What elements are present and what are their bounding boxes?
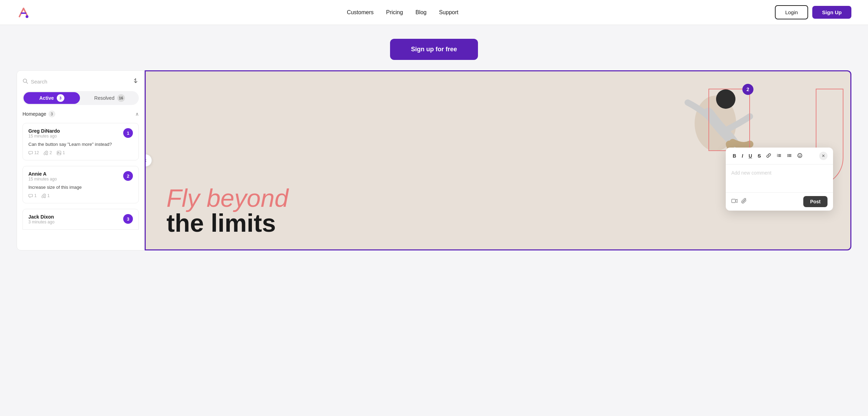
comment-card-1[interactable]: Greg DiNardo 15 minutes ago 1 Can the bu… [22, 123, 139, 160]
toolbar-ordered-list[interactable]: 123 [775, 152, 783, 160]
hero-beyond-text: beyond [207, 184, 288, 212]
nav-item-support[interactable]: Support [439, 9, 458, 16]
comment-card-3[interactable]: Jack Dixon 3 minutes ago 3 [22, 209, 139, 230]
comment-2-attachments: 1 [42, 193, 50, 198]
main-content: Search Active 3 Resolved 16 Home [17, 70, 851, 250]
sidebar-panel: Search Active 3 Resolved 16 Home [17, 70, 145, 250]
comment-card-3-header: Jack Dixon 3 minutes ago 3 [28, 214, 133, 224]
hero-limits-text: the limits [166, 211, 288, 236]
popup-footer-icons [731, 198, 747, 205]
comment-1-attachments: 2 [44, 150, 52, 155]
comment-3-author: Jack Dixon [28, 214, 54, 220]
signup-button[interactable]: Sign Up [812, 6, 851, 19]
section-label: Homepage 3 [22, 110, 55, 117]
search-label: Search [31, 79, 47, 85]
comment-1-meta: 12 2 1 [28, 150, 133, 155]
hero-text-block: Fly beyond the limits [166, 186, 288, 236]
section-count: 3 [48, 110, 55, 117]
comment-1-author: Greg DiNardo [28, 128, 60, 134]
svg-rect-22 [732, 199, 735, 203]
canvas-area: ‹ Fly beyond the limits [145, 70, 851, 250]
toolbar-strikethrough[interactable]: S [756, 152, 762, 159]
comment-2-badge: 2 [123, 171, 133, 181]
tab-active-label: Active [39, 95, 54, 101]
svg-point-0 [26, 15, 28, 18]
selection-box-1 [708, 89, 750, 151]
comment-1-badge: 1 [123, 128, 133, 138]
comment-1-time: 15 minutes ago [28, 134, 60, 139]
tab-resolved[interactable]: Resolved 16 [81, 92, 138, 104]
search-icon [22, 78, 28, 85]
section-header[interactable]: Homepage 3 ∧ [22, 110, 139, 117]
logo[interactable] [17, 6, 30, 19]
sidebar-header: Search [22, 78, 139, 86]
nav-item-pricing[interactable]: Pricing [386, 9, 403, 16]
canvas-annotation-badge[interactable]: 2 [742, 84, 753, 95]
toolbar-link[interactable] [765, 152, 772, 160]
toolbar-bold[interactable]: B [731, 152, 738, 159]
search-row[interactable]: Search [22, 78, 133, 85]
toolbar-unordered-list[interactable] [786, 152, 793, 160]
toolbar-emoji[interactable] [796, 152, 804, 160]
comment-3-badge: 3 [123, 214, 133, 224]
tab-active-badge: 3 [57, 94, 64, 102]
comment-2-text: Increase size of this image [28, 184, 133, 191]
tab-resolved-label: Resolved [94, 95, 114, 101]
navbar-actions: Login Sign Up [775, 5, 851, 19]
svg-line-2 [26, 82, 28, 83]
tab-active[interactable]: Active 3 [24, 92, 80, 104]
svg-point-21 [800, 154, 801, 155]
comment-1-images: 1 [57, 150, 65, 155]
nav-item-customers[interactable]: Customers [347, 9, 373, 16]
svg-point-14 [788, 155, 788, 156]
tabs-row: Active 3 Resolved 16 [22, 91, 139, 105]
logo-icon [17, 6, 30, 19]
svg-point-19 [798, 153, 802, 158]
comment-3-time: 3 minutes ago [28, 220, 54, 224]
hero-fly-text: Fly beyond [166, 186, 288, 211]
navbar-nav: Customers Pricing Blog Support [347, 9, 458, 16]
comment-2-author: Annie A [28, 171, 57, 177]
signup-free-button[interactable]: Sign up for free [390, 39, 478, 60]
popup-footer: Post [726, 192, 833, 211]
svg-point-13 [788, 154, 788, 154]
section-name: Homepage [22, 111, 46, 117]
login-button[interactable]: Login [775, 5, 808, 19]
comment-1-replies: 12 [28, 150, 39, 155]
sort-icon[interactable] [133, 78, 139, 86]
popup-input[interactable]: Add new comment [726, 165, 833, 192]
comment-card-1-header: Greg DiNardo 15 minutes ago 1 [28, 128, 133, 139]
svg-point-4 [58, 152, 59, 153]
comment-2-replies: 1 [28, 193, 37, 198]
navbar: Customers Pricing Blog Support Login Sig… [0, 0, 868, 25]
popup-attachment-icon[interactable] [741, 198, 747, 205]
svg-rect-3 [57, 151, 61, 155]
comment-popup: B I U S 123 ✕ Add new comment [726, 148, 833, 211]
comment-1-author-block: Greg DiNardo 15 minutes ago [28, 128, 60, 139]
back-arrow-button[interactable]: ‹ [145, 154, 152, 167]
comment-card-2[interactable]: Annie A 15 minutes ago 2 Increase size o… [22, 166, 139, 203]
comment-card-2-header: Annie A 15 minutes ago 2 [28, 171, 133, 182]
comment-3-author-block: Jack Dixon 3 minutes ago [28, 214, 54, 224]
comment-1-text: Can the button say "Learn more" instead? [28, 141, 133, 148]
toolbar-italic[interactable]: I [740, 152, 744, 159]
popup-close-button[interactable]: ✕ [819, 152, 828, 160]
comment-2-meta: 1 1 [28, 193, 133, 198]
svg-point-20 [799, 154, 799, 155]
popup-toolbar: B I U S 123 ✕ [726, 148, 833, 165]
svg-text:3: 3 [777, 156, 778, 157]
popup-video-icon[interactable] [731, 198, 738, 205]
svg-point-15 [788, 156, 788, 157]
hero-area: Sign up for free [0, 25, 868, 70]
tab-resolved-badge: 16 [117, 94, 125, 102]
post-button[interactable]: Post [803, 196, 828, 207]
nav-item-blog[interactable]: Blog [415, 9, 426, 16]
toolbar-underline[interactable]: U [747, 152, 753, 159]
comment-2-time: 15 minutes ago [28, 177, 57, 182]
comment-2-author-block: Annie A 15 minutes ago [28, 171, 57, 182]
chevron-up-icon[interactable]: ∧ [135, 111, 139, 117]
